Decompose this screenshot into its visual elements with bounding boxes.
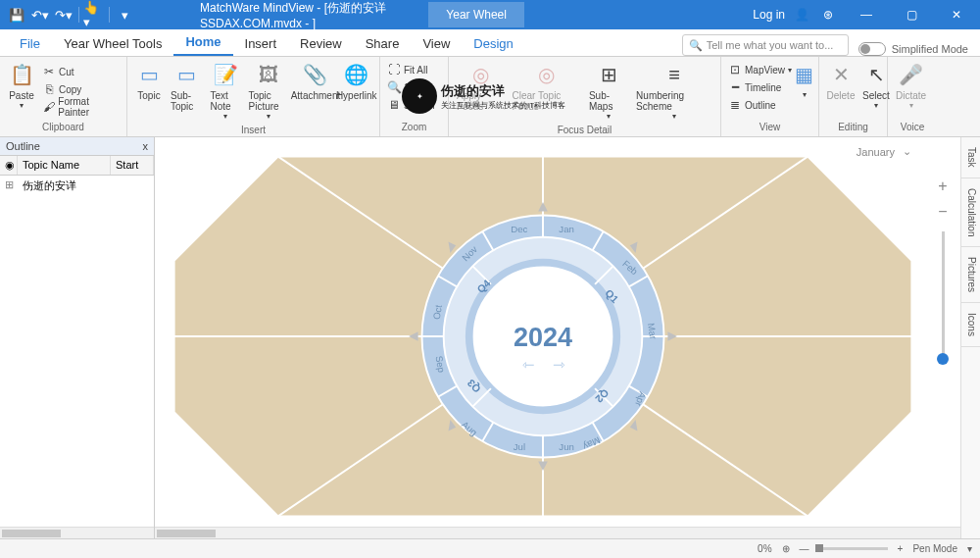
svg-text:Jul: Jul <box>514 441 525 452</box>
outline-icon: ≣ <box>728 98 742 112</box>
tab-insert[interactable]: Insert <box>233 31 289 56</box>
year-label: 2024 <box>514 323 572 352</box>
attachment-icon: 📎 <box>302 61 329 88</box>
cut-icon: ✂ <box>42 65 56 78</box>
outline-view-button[interactable]: ≣Outline <box>725 96 795 114</box>
cut-button[interactable]: ✂Cut <box>39 63 122 80</box>
mic-icon: 🎤 <box>898 61 925 88</box>
tab-design[interactable]: Design <box>462 31 524 56</box>
topic-button[interactable]: ▭Topic <box>131 59 167 103</box>
screen-icon: 🖥 <box>387 98 401 112</box>
delete-icon: ✕ <box>827 61 855 88</box>
user-icon[interactable]: 👤 <box>795 8 809 22</box>
window-title: MatchWare MindView - [伤逝的安详 SSDAX.COM.mv… <box>141 0 428 30</box>
login-link[interactable]: Log in <box>753 8 785 22</box>
touch-icon[interactable]: 👆▾ <box>83 4 105 25</box>
tab-calculation[interactable]: Calculation <box>961 178 980 247</box>
select-icon: ↖ <box>862 61 890 88</box>
numbering-button[interactable]: ≡Numbering Scheme▾ <box>632 59 716 123</box>
status-zoom-slider[interactable] <box>819 547 888 550</box>
mapview-button[interactable]: ⊡MapView▾ <box>725 61 795 78</box>
redo-icon[interactable]: ↷▾ <box>53 4 74 25</box>
outline-row[interactable]: ⊞ 伤逝的安详 <box>0 176 154 196</box>
zoom-percent: 0% <box>758 543 771 554</box>
save-icon[interactable]: 💾 <box>6 4 27 25</box>
chevron-down-icon: ⌄ <box>903 145 911 158</box>
view-more-button[interactable]: ▦▾ <box>795 59 814 101</box>
fitall-icon: ⛶ <box>387 63 401 76</box>
minimize-button[interactable]: — <box>847 0 886 29</box>
paste-icon: 📋 <box>8 61 35 88</box>
search-icon: 🔍 <box>689 39 703 52</box>
simplified-mode-label: Simplified Mode <box>892 43 968 55</box>
outline-close-button[interactable]: x <box>143 140 149 152</box>
outline-hscroll[interactable] <box>0 527 154 538</box>
tab-review[interactable]: Review <box>288 31 354 56</box>
timeline-button[interactable]: ━Timeline <box>725 78 795 96</box>
dictate-button[interactable]: 🎤Dictate▾ <box>892 59 930 112</box>
zoom-out-button[interactable]: − <box>933 202 953 222</box>
zoom-slider[interactable] <box>942 231 945 359</box>
svg-text:Jan: Jan <box>559 224 574 234</box>
group-voice: Voice <box>892 120 933 134</box>
delete-button[interactable]: ✕Delete <box>823 59 858 103</box>
copy-icon: ⎘ <box>42 82 56 96</box>
zoom-fit-icon[interactable]: ⊕ <box>782 543 790 554</box>
group-zoom: Zoom <box>384 120 444 134</box>
group-view: View <box>725 120 814 134</box>
outline-col-topic[interactable]: Topic Name <box>18 156 111 175</box>
group-editing: Editing <box>823 120 883 134</box>
grid-icon: ▦ <box>791 61 818 88</box>
year-wheel-svg: Q1 Q2 Q3 Q4 Jan Feb Mar Apr May Jun Jul … <box>165 147 921 526</box>
tab-view[interactable]: View <box>411 31 462 56</box>
submaps-button[interactable]: ⊞Sub-Maps▾ <box>585 59 632 123</box>
month-dropdown[interactable]: January ⌄ <box>857 145 911 158</box>
attachment-button[interactable]: 📎Attachment <box>293 59 337 103</box>
textnote-icon: 📝 <box>212 61 239 88</box>
help-icon[interactable]: ⊛ <box>823 8 833 22</box>
topic-icon: ▭ <box>135 61 163 88</box>
outline-col-visibility[interactable]: ◉ <box>0 156 18 175</box>
tab-home[interactable]: Home <box>173 29 232 56</box>
close-button[interactable]: ✕ <box>937 0 976 29</box>
outline-panel: Outline x ◉ Topic Name Start ⊞ 伤逝的安详 <box>0 137 155 538</box>
zoom-in-button[interactable]: + <box>933 177 953 196</box>
format-painter-button[interactable]: 🖌Format Painter <box>39 98 122 116</box>
tab-file[interactable]: File <box>8 31 52 56</box>
tab-task[interactable]: Task <box>961 137 980 178</box>
outline-title: Outline <box>6 140 40 152</box>
hyperlink-icon: 🌐 <box>343 61 370 88</box>
maximize-button[interactable]: ▢ <box>892 0 931 29</box>
search-input[interactable]: 🔍 Tell me what you want to... <box>682 34 849 56</box>
pen-mode-button[interactable]: Pen Mode <box>912 543 957 554</box>
subtopic-button[interactable]: ▭Sub-Topic <box>167 59 207 114</box>
qat-more-icon[interactable]: ▾ <box>114 4 135 25</box>
tab-pictures[interactable]: Pictures <box>961 247 980 303</box>
tab-yearwheel-tools[interactable]: Year Wheel Tools <box>52 31 173 56</box>
textnote-button[interactable]: 📝Text Note▾ <box>207 59 245 123</box>
outline-row-name: 伤逝的安详 <box>18 176 154 196</box>
mapview-icon: ⊡ <box>728 63 742 76</box>
picture-icon: 🖼 <box>255 61 282 88</box>
undo-icon[interactable]: ↶▾ <box>29 4 51 25</box>
group-clipboard: Clipboard <box>4 120 122 134</box>
simplified-mode-toggle[interactable] <box>858 42 886 56</box>
watermark: ✦ 伤逝的安详 关注互联网与系统技术的IT科技博客 <box>402 78 565 114</box>
zoom-icon: 🔍 <box>387 80 401 94</box>
submaps-icon: ⊞ <box>595 61 622 88</box>
fit-all-button[interactable]: ⛶Fit All <box>384 61 438 78</box>
outline-col-start[interactable]: Start <box>111 156 154 175</box>
context-tab-yearwheel[interactable]: Year Wheel <box>428 2 524 27</box>
search-placeholder: Tell me what you want to... <box>707 39 834 51</box>
canvas-hscroll[interactable] <box>155 527 960 538</box>
group-insert: Insert <box>131 123 375 137</box>
hyperlink-button[interactable]: 🌐Hyperlink <box>337 59 375 103</box>
tab-share[interactable]: Share <box>354 31 412 56</box>
timeline-icon: ━ <box>728 80 742 94</box>
tab-icons[interactable]: Icons <box>961 303 980 347</box>
canvas[interactable]: Q1 Q2 Q3 Q4 Jan Feb Mar Apr May Jun Jul … <box>155 137 980 538</box>
group-focus: Focus Detail <box>453 123 716 137</box>
paste-button[interactable]: 📋Paste▾ <box>4 59 39 112</box>
topic-picture-button[interactable]: 🖼Topic Picture▾ <box>245 59 294 123</box>
svg-text:Jun: Jun <box>559 441 574 452</box>
